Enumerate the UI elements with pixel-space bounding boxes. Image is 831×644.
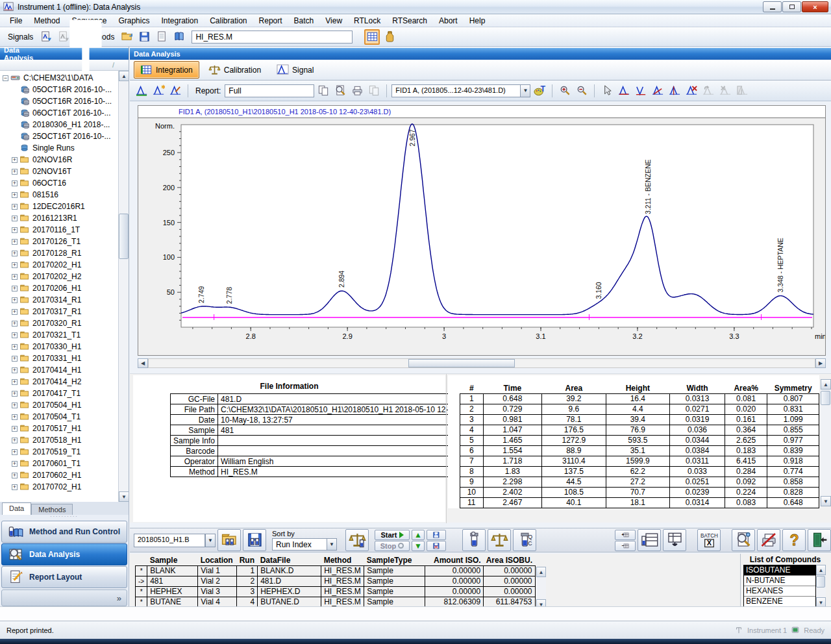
open-batch-button[interactable] [217, 529, 241, 551]
compound-item[interactable]: ISOBUTANE [744, 565, 815, 576]
tree-sequence-item[interactable]: 05OCT16R 2016-10-... [0, 95, 129, 107]
tree-folder[interactable]: +20170702_H1 [0, 481, 129, 493]
tree-folder[interactable]: +20170330_H1 [0, 341, 129, 353]
tree-sequence-item[interactable]: 05OCT16R 2016-10-... [0, 84, 129, 95]
download-method-button[interactable] [382, 29, 397, 45]
tree-folder[interactable]: +20170202_H1 [0, 259, 129, 271]
menu-file[interactable]: File [4, 15, 28, 27]
sample-row[interactable]: *HEPHEXVial 33HEPHEX.DHI_RES.MSample0.00… [136, 586, 536, 597]
print-report-button[interactable] [349, 83, 365, 99]
method-name-field[interactable]: HI_RES.M [192, 31, 353, 43]
batch-report-button[interactable]: BATCHX [697, 529, 721, 551]
collapse-icon[interactable]: − [3, 75, 8, 81]
expand-icon[interactable]: + [12, 204, 18, 210]
expand-icon[interactable]: + [12, 192, 18, 198]
chevron-down-icon[interactable]: ▼ [205, 534, 216, 547]
compounds-scrollbar[interactable]: ▲ ▼ [816, 565, 826, 608]
peak-table-scrollbar[interactable]: ▲ ▼ [821, 379, 831, 506]
compound-item[interactable]: BENZENE [744, 597, 815, 607]
tree-sequence-item[interactable]: 25OCT16T 2016-10-... [0, 130, 129, 142]
menu-view[interactable]: View [319, 15, 348, 27]
close-button[interactable]: × [802, 1, 828, 12]
sample-table-button[interactable] [638, 529, 661, 551]
stop-batch-button[interactable]: Stop [375, 541, 410, 551]
tree-folder[interactable]: +20170126_T1 [0, 236, 129, 247]
tree-folder[interactable]: +20170519_T1 [0, 446, 129, 458]
expand-icon[interactable]: + [12, 438, 18, 443]
expand-icon[interactable]: + [12, 239, 18, 245]
tree-folder[interactable]: +20170602_H1 [0, 469, 129, 481]
chart-h-scrollbar[interactable]: ◀ ▶ [138, 358, 826, 368]
annotation-button[interactable]: T [532, 83, 547, 99]
tree-folder[interactable]: +20170518_H1 [0, 434, 129, 446]
tree-folder[interactable]: +20170202_H2 [0, 271, 129, 282]
expand-icon[interactable]: + [12, 391, 18, 397]
exit-batch-button[interactable] [808, 529, 831, 551]
preview-report-button[interactable] [332, 83, 348, 99]
method-info-button[interactable] [154, 29, 169, 45]
tree-folder[interactable]: +20170321_T1 [0, 329, 129, 341]
expand-icon[interactable]: + [12, 473, 18, 478]
tab-calibration[interactable]: Calibration [202, 61, 267, 79]
nav-overflow[interactable]: » [1, 589, 127, 606]
tree-folder[interactable]: +20170414_H1 [0, 364, 129, 376]
tree-folder[interactable]: +20170314_R1 [0, 294, 129, 306]
tree-root[interactable]: −C:\CHEM32\1\DATA [0, 72, 129, 84]
peak-table-row[interactable]: 61.55488.935.10.03840.1830.839 [460, 445, 819, 456]
tree-scrollbar[interactable]: ▲ ▼ [118, 71, 129, 502]
valley-baseline-button[interactable] [633, 83, 649, 99]
scroll-right-icon[interactable]: ▶ [815, 358, 826, 368]
delete-peak-button[interactable] [684, 83, 699, 99]
tree-folder[interactable]: +20170128_R1 [0, 247, 129, 259]
expand-icon[interactable]: + [12, 379, 18, 385]
signal-selector[interactable]: FID1 A, (201805...12-40-23\481.D) ▼ [391, 84, 530, 97]
menu-rtlock[interactable]: RTLock [348, 15, 386, 27]
peak-table-row[interactable]: 122.56610.77.50.02190.0220.971 [460, 508, 819, 508]
chevron-down-icon[interactable]: ▼ [520, 84, 530, 97]
batch-file-selector[interactable]: 20180510_H1.B ▼ [134, 534, 216, 547]
expand-icon[interactable]: + [12, 251, 18, 256]
scroll-thumb[interactable] [816, 576, 825, 588]
tree-folder[interactable]: +20170504_T1 [0, 411, 129, 423]
copy-report-button[interactable] [316, 83, 331, 99]
expand-icon[interactable]: + [12, 309, 18, 315]
expand-icon[interactable]: + [12, 426, 18, 432]
expand-icon[interactable]: + [12, 321, 18, 327]
menu-batch[interactable]: Batch [288, 15, 320, 27]
peak-table-row[interactable]: 71.7183110.41599.90.03116.4150.918 [460, 456, 819, 466]
tree-folder[interactable]: +20170320_R1 [0, 317, 129, 329]
restore-button[interactable] [782, 1, 801, 12]
sample-row[interactable]: *BUTANEVial 44BUTANE.DHI_RES.MSample812.… [136, 597, 536, 607]
expand-icon[interactable]: + [12, 180, 18, 186]
method-book-button[interactable] [171, 29, 187, 45]
expand-icon[interactable]: + [12, 274, 18, 280]
expand-icon[interactable]: + [12, 227, 18, 233]
help-button[interactable]: ? [782, 529, 806, 551]
menu-abort[interactable]: Abort [433, 15, 464, 27]
splitter-handle[interactable]: ·········· [0, 515, 129, 520]
menu-calibration[interactable]: Calibration [204, 15, 253, 27]
expand-icon[interactable]: + [12, 169, 18, 175]
start-batch-button[interactable]: Start [375, 530, 410, 540]
scroll-thumb[interactable] [408, 359, 515, 367]
zoom-out-button[interactable] [574, 83, 589, 99]
nav-report-layout[interactable]: Report Layout [1, 566, 127, 588]
chevron-down-icon[interactable]: ▼ [327, 538, 337, 551]
integrate-events-button[interactable]: ✱ [151, 83, 166, 99]
sample-button[interactable] [462, 529, 486, 551]
data-analysis-shortcut-button[interactable] [364, 29, 380, 45]
scroll-up-icon[interactable]: ▲ [119, 71, 129, 81]
web-report-button[interactable] [366, 83, 382, 99]
tree-folder[interactable]: +20170601_T1 [0, 458, 129, 469]
sample-row[interactable]: *BLANKVial 11BLANK.DHI_RES.MSample0.0000… [136, 565, 536, 576]
expand-icon[interactable]: + [12, 449, 18, 455]
remove-events-button[interactable] [717, 83, 733, 99]
peak-table-row[interactable]: 81.83137.562.20.0330.2840.774 [460, 466, 819, 477]
scroll-up-icon[interactable]: ▲ [816, 565, 826, 575]
minimize-button[interactable] [763, 1, 782, 12]
peak-table-row[interactable]: 112.46740.118.10.03140.0830.648 [460, 497, 819, 508]
expand-icon[interactable]: + [12, 297, 18, 303]
review-report-button[interactable] [732, 529, 755, 551]
save-batch-button[interactable] [243, 529, 266, 551]
peak-table-row[interactable]: 20.7299.64.40.02710.0200.831 [460, 404, 819, 414]
